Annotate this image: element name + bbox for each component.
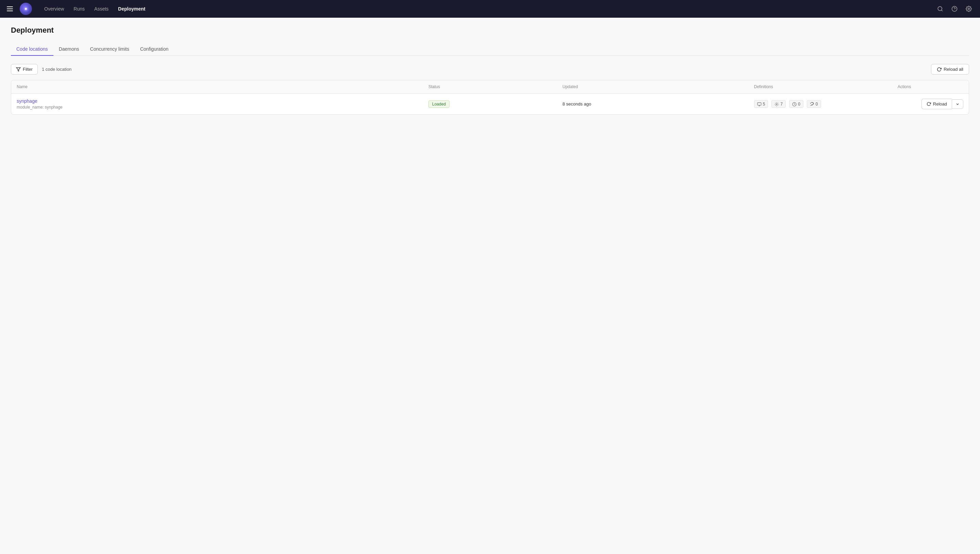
ops-count: 7: [772, 100, 786, 108]
schedules-count-value: 0: [798, 102, 800, 107]
jobs-count-value: 5: [763, 102, 765, 107]
sensors-count-value: 0: [816, 102, 818, 107]
table-header-row: Name Status Updated Definitions Actions: [11, 80, 969, 94]
reload-icon: [927, 102, 931, 106]
code-location-meta: module_name: synphage: [17, 105, 417, 110]
sensors-icon: [810, 102, 814, 107]
settings-button[interactable]: [963, 3, 975, 14]
actions-cell: Reload: [892, 94, 969, 115]
svg-point-12: [776, 104, 777, 105]
ops-icon: [775, 102, 779, 107]
toolbar-left: Filter 1 code location: [11, 64, 72, 75]
toolbar: Filter 1 code location Reload all: [11, 64, 969, 75]
schedules-count: 0: [789, 100, 803, 108]
status-cell: Loaded: [423, 94, 557, 115]
reload-label: Reload: [933, 102, 947, 107]
chevron-down-icon: [956, 102, 959, 106]
actions-group: Reload: [898, 99, 963, 109]
ops-count-value: 7: [780, 102, 783, 107]
reload-all-button[interactable]: Reload all: [931, 64, 969, 75]
nav-deployment[interactable]: Deployment: [114, 3, 150, 14]
svg-point-3: [938, 6, 942, 11]
table: Name Status Updated Definitions Actions …: [11, 80, 969, 115]
svg-point-7: [968, 8, 970, 10]
filter-label: Filter: [23, 67, 33, 72]
table-row: synphage module_name: synphage Loaded 8 …: [11, 94, 969, 115]
updated-text: 8 seconds ago: [563, 102, 592, 107]
svg-point-2: [25, 8, 27, 10]
menu-icon[interactable]: [5, 5, 14, 13]
sensors-count: 0: [807, 100, 821, 108]
app-logo: [20, 3, 32, 15]
jobs-count: 5: [754, 100, 768, 108]
name-cell: synphage module_name: synphage: [11, 94, 423, 115]
definitions-cell: 5 7: [749, 94, 892, 115]
help-button[interactable]: [949, 3, 960, 14]
schedules-icon: [792, 102, 797, 107]
tab-code-locations[interactable]: Code locations: [11, 43, 53, 56]
nav-runs[interactable]: Runs: [69, 3, 89, 14]
code-locations-table: Name Status Updated Definitions Actions …: [11, 80, 969, 115]
col-header-updated: Updated: [557, 80, 749, 94]
status-badge: Loaded: [428, 100, 450, 108]
navbar-actions: [934, 3, 975, 14]
col-header-definitions: Definitions: [749, 80, 892, 94]
col-header-actions: Actions: [892, 80, 969, 94]
search-button[interactable]: [934, 3, 946, 14]
tab-daemons[interactable]: Daemons: [53, 43, 85, 56]
reload-button[interactable]: Reload: [921, 99, 952, 109]
definitions-row: 5 7: [754, 100, 887, 108]
navbar: Overview Runs Assets Deployment: [0, 0, 980, 18]
page-title: Deployment: [11, 26, 969, 35]
location-count: 1 code location: [42, 67, 72, 72]
filter-button[interactable]: Filter: [11, 64, 38, 75]
reload-all-icon: [937, 67, 942, 72]
main-nav: Overview Runs Assets Deployment: [40, 3, 929, 14]
svg-line-4: [941, 10, 942, 11]
tab-concurrency-limits[interactable]: Concurrency limits: [85, 43, 135, 56]
page-content: Deployment Code locations Daemons Concur…: [0, 18, 980, 123]
nav-assets[interactable]: Assets: [90, 3, 113, 14]
svg-rect-9: [757, 103, 761, 105]
jobs-icon: [757, 102, 762, 107]
col-header-name: Name: [11, 80, 423, 94]
tabs-bar: Code locations Daemons Concurrency limit…: [11, 43, 969, 56]
reload-all-label: Reload all: [943, 67, 963, 72]
nav-overview[interactable]: Overview: [40, 3, 68, 14]
svg-marker-8: [16, 67, 21, 71]
tab-configuration[interactable]: Configuration: [135, 43, 174, 56]
col-header-status: Status: [423, 80, 557, 94]
updated-cell: 8 seconds ago: [557, 94, 749, 115]
code-location-link[interactable]: synphage: [17, 98, 417, 104]
filter-icon: [16, 67, 21, 72]
reload-dropdown-button[interactable]: [952, 99, 963, 109]
